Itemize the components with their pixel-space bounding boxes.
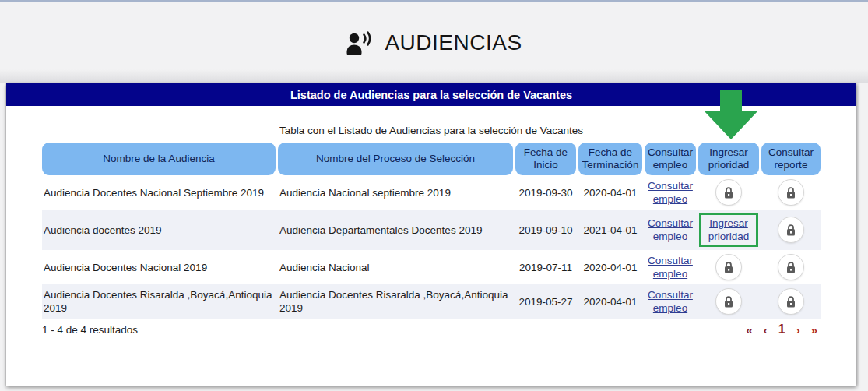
cell-nombre-proceso: Audiencia Nacional septiembre 2019: [278, 175, 513, 210]
pagination-prev[interactable]: ‹: [764, 323, 768, 336]
ingresar-prioridad-lock-button[interactable]: [715, 288, 742, 315]
lock-icon: [785, 186, 796, 199]
content-panel: Listado de Audiencias para la selección …: [6, 83, 856, 386]
table-row: Audiencia Docentes Nacional Septiembre 2…: [42, 175, 821, 210]
table-row: Audiencia docentes 2019 Audiencia Depart…: [42, 210, 821, 250]
cell-nombre-proceso: Audiencia Docentes Risaralda ,Boyacá,Ant…: [278, 284, 513, 319]
column-header-consultar-reporte: Consultar reporte: [761, 143, 821, 175]
results-count: 1 - 4 de 4 resultados: [42, 324, 138, 336]
consultar-empleo-link[interactable]: Consultar empleo: [646, 217, 694, 243]
cell-fecha-inicio: 2019-07-11: [515, 250, 576, 284]
cell-fecha-inicio: 2019-09-10: [515, 210, 576, 250]
lock-icon: [785, 224, 796, 237]
cell-fecha-terminacion: 2021-04-01: [578, 210, 642, 250]
cell-nombre-proceso: Audiencia Nacional: [278, 250, 513, 284]
cell-nombre-proceso: Audiencia Departamentales Docentes 2019: [278, 210, 513, 250]
audiencias-table: Nombre de la Audiencia Nombre del Proces…: [42, 143, 821, 319]
consultar-reporte-lock-button[interactable]: [778, 217, 804, 243]
consultar-empleo-link[interactable]: Consultar empleo: [646, 254, 694, 280]
app-header: AUDIENCIAS: [0, 30, 868, 55]
lock-icon: [785, 295, 796, 308]
cell-nombre-audiencia: Audiencia docentes 2019: [42, 210, 276, 250]
cell-fecha-inicio: 2019-09-30: [515, 175, 576, 210]
column-header-fecha-inicio: Fecha de Inicio: [515, 143, 576, 175]
pagination-last[interactable]: »: [811, 323, 817, 336]
cell-fecha-terminacion: 2020-04-01: [578, 250, 642, 284]
green-arrow-annotation: [705, 90, 757, 139]
ingresar-prioridad-link[interactable]: Ingresar prioridad: [708, 217, 750, 243]
table-row: Audiencia Docentes Risaralda ,Boyacá,Ant…: [42, 284, 821, 319]
cell-nombre-audiencia: Audiencia Docentes Nacional 2019: [42, 250, 276, 284]
table-row: Audiencia Docentes Nacional 2019 Audienc…: [42, 250, 821, 284]
column-header-nombre-audiencia: Nombre de la Audiencia: [42, 143, 276, 175]
column-header-nombre-proceso: Nombre del Proceso de Selección: [278, 143, 513, 175]
pagination: « ‹ 1 › »: [746, 322, 821, 336]
consultar-reporte-lock-button[interactable]: [778, 254, 804, 280]
page-title: AUDIENCIAS: [385, 30, 522, 55]
pagination-next[interactable]: ›: [796, 323, 800, 336]
column-header-ingresar-prioridad: Ingresar prioridad: [698, 143, 759, 175]
column-header-consultar-empleo: Consultar empleo: [645, 143, 696, 175]
table-header-row: Nombre de la Audiencia Nombre del Proces…: [42, 143, 821, 175]
pagination-page-1[interactable]: 1: [778, 322, 785, 336]
header-shadow: [0, 69, 868, 83]
page: AUDIENCIAS Listado de Audiencias para la…: [0, 0, 868, 391]
ingresar-prioridad-lock-button[interactable]: [715, 179, 742, 206]
column-header-fecha-terminacion: Fecha de Terminación: [578, 143, 642, 175]
consultar-reporte-lock-button[interactable]: [778, 179, 804, 206]
cell-fecha-terminacion: 2020-04-01: [578, 284, 642, 319]
audience-speaker-icon: [346, 31, 374, 55]
lock-icon: [785, 261, 796, 274]
cell-fecha-terminacion: 2020-04-01: [578, 175, 642, 210]
consultar-empleo-link[interactable]: Consultar empleo: [646, 179, 694, 206]
pagination-first[interactable]: «: [746, 323, 752, 336]
lock-icon: [723, 261, 734, 274]
green-highlight-box: Ingresar prioridad: [699, 213, 759, 247]
ingresar-prioridad-lock-button[interactable]: [715, 254, 742, 280]
lock-icon: [723, 186, 734, 199]
cell-fecha-inicio: 2019-05-27: [515, 284, 576, 319]
consultar-empleo-link[interactable]: Consultar empleo: [646, 288, 694, 315]
consultar-reporte-lock-button[interactable]: [778, 288, 804, 315]
table-footer: 1 - 4 de 4 resultados « ‹ 1 › »: [42, 322, 821, 336]
cell-nombre-audiencia: Audiencia Docentes Nacional Septiembre 2…: [42, 175, 276, 210]
lock-icon: [723, 295, 734, 308]
cell-nombre-audiencia: Audiencia Docentes Risaralda ,Boyacá,Ant…: [42, 284, 276, 319]
